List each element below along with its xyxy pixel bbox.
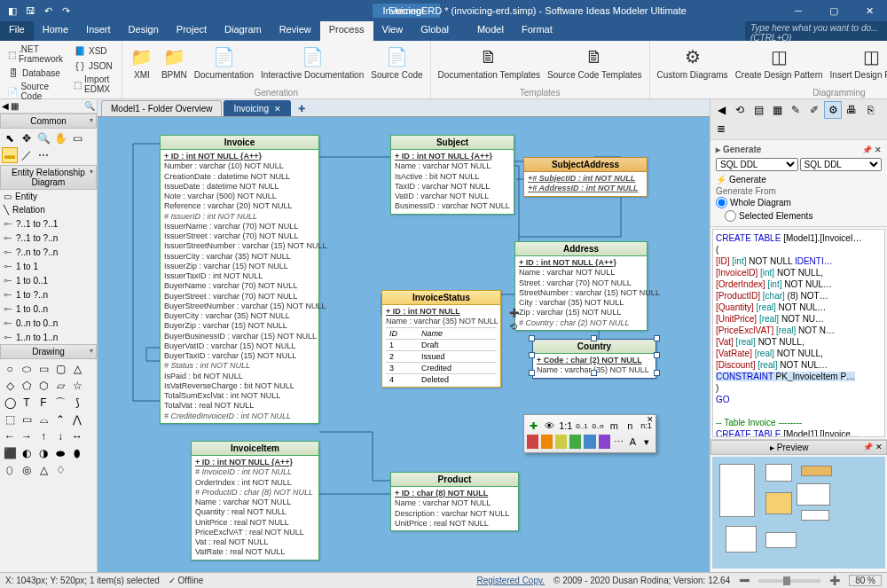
menu-review[interactable]: Review (271, 21, 320, 41)
minimize-button[interactable]: ─ (781, 0, 816, 21)
gen-xmi[interactable]: 📁XMI (126, 43, 158, 88)
add-tab-icon[interactable]: ✚ (293, 101, 310, 116)
fb-font-icon[interactable]: A (627, 435, 639, 449)
menu-file[interactable]: File (0, 21, 34, 41)
tb-search-icon[interactable]: 🔍 (84, 101, 95, 111)
diag-cdp[interactable]: ◫Create Design Pattern (732, 43, 827, 88)
diag-custom[interactable]: ⚙Custom Diagrams (654, 43, 732, 88)
status-bar: X: 1043px; Y: 520px; 1 item(s) selected … (0, 572, 887, 588)
menu-global[interactable]: Global (412, 21, 458, 41)
context-toolbar[interactable]: ✕ ✚ 👁 1:1 0..1 0..n m n n:1 (523, 414, 656, 453)
undo-icon[interactable]: ↶ (41, 4, 55, 18)
pane-common[interactable]: Common▾ (0, 114, 97, 129)
redo-icon[interactable]: ↷ (59, 4, 73, 18)
tool-r5[interactable]: ⟜1 to 0..1 (0, 273, 97, 287)
tool-r3[interactable]: ⟜?..n to ?..n (0, 245, 97, 259)
rev-net[interactable]: ⬚.NET Framework (5, 43, 68, 65)
generate-button[interactable]: Generate (729, 175, 766, 184)
zoom-value[interactable]: 80 % (849, 575, 882, 586)
window-title: InvoicingERD * (invoicing-erd.simp) - So… (383, 5, 687, 16)
zoom-in-icon[interactable]: ➕ (829, 576, 840, 585)
tab-overview[interactable]: Model1 - Folder Overview (101, 100, 222, 116)
tb-grid-icon[interactable]: ▦ (11, 101, 19, 111)
entity-subjectaddress[interactable]: SubjectAddress +# SubjectID : int NOT NU… (523, 157, 648, 197)
pane-erd[interactable]: Entity Relationship Diagram▾ (0, 165, 97, 190)
gen-lang-select[interactable]: SQL DDL (800, 158, 883, 171)
add-handle-icon[interactable]: ✚ (509, 306, 520, 320)
zoom-slider[interactable] (758, 579, 820, 583)
tool-zoom[interactable]: 🔍 (35, 130, 51, 146)
tool-text[interactable]: ⋯ (35, 147, 51, 163)
menu-project[interactable]: Project (168, 21, 216, 41)
tool-r1[interactable]: ⟜?..1 to ?..1 (0, 216, 97, 231)
close-toolbar-icon[interactable]: ✕ (647, 415, 654, 424)
tool-entity[interactable]: ▭Entity (0, 190, 97, 203)
menu-bar: File Home Insert Design Project Diagram … (0, 21, 887, 41)
gen-bpmn[interactable]: 📁BPMN (158, 43, 191, 88)
entity-subject[interactable]: Subject + ID : int NOT NULL {A++}Name : … (390, 135, 514, 215)
entity-invoiceitem[interactable]: InvoiceItem + ID : int NOT NULL {A++}# I… (191, 441, 319, 561)
tool-r7[interactable]: ⟜1 to 0..n (0, 302, 97, 316)
rev-db[interactable]: 🗄Database (5, 66, 68, 80)
tool-pan[interactable]: ✋ (52, 130, 68, 146)
rev-json[interactable]: { }JSON (72, 59, 116, 73)
entity-invoicestatus[interactable]: InvoiceStatus + ID : int NOT NULLName : … (381, 290, 501, 388)
menu-process[interactable]: Process (320, 21, 373, 41)
toolbox: ◀ ▦ 🔍 Common▾ ⬉ ✥ 🔍 ✋ ▭ ▬ ／ ⋯ Entity Rel… (0, 99, 98, 572)
diagram-canvas[interactable]: Invoice + ID : int NOT NULL {A++}Number … (98, 117, 710, 572)
tool-note[interactable]: ▬ (2, 147, 18, 163)
menu-design[interactable]: Design (120, 21, 168, 41)
entity-product[interactable]: Product + ID : char (8) NOT NULLName : v… (390, 472, 519, 531)
gen-idoc[interactable]: 📄Interactive Documentation (257, 43, 367, 88)
tb-left-icon[interactable]: ◀ (2, 101, 9, 111)
status-coords: X: 1043px; Y: 520px; 1 item(s) selected (5, 576, 160, 585)
tpl-code[interactable]: 🗎Source Code Templates (544, 43, 646, 88)
tool-r4[interactable]: ⟜1 to 1 (0, 259, 97, 273)
search-input[interactable]: Type here what you want to do... (CTRL+Q… (745, 21, 887, 41)
tpl-doc[interactable]: 🗎Documentation Templates (435, 43, 544, 88)
close-button[interactable]: ✕ (852, 0, 887, 21)
tool-move[interactable]: ✥ (19, 130, 35, 146)
right-pane: ◀⟲▤ ▦✎✐ ⚙🖶⎘≣ ▸Generate📌 ✕ SQL DDL SQL DD… (710, 99, 887, 572)
diag-idp[interactable]: ◫Insert Design Pattern (827, 43, 887, 88)
zoom-out-icon[interactable]: ➖ (739, 576, 750, 585)
tool-r2[interactable]: ⟜?..1 to ?..n (0, 231, 97, 245)
entity-address[interactable]: Address + ID : int NOT NULL {A++}Name : … (514, 241, 648, 331)
preview-image[interactable] (712, 457, 885, 568)
pane-drawing[interactable]: Drawing▾ (0, 344, 97, 359)
menu-diagram[interactable]: Diagram (216, 21, 271, 41)
tool-container[interactable]: ▭ (69, 130, 85, 146)
menu-format[interactable]: Format (513, 21, 561, 41)
radio-whole[interactable]: Whole Diagram (716, 196, 882, 209)
gen-type-select[interactable]: SQL DDL (716, 158, 798, 171)
gear-icon[interactable]: ⚙ (824, 101, 842, 119)
maximize-button[interactable]: ▢ (816, 0, 852, 21)
tool-relation[interactable]: ╲Relation (0, 203, 97, 216)
status-registered[interactable]: Registered Copy. (477, 576, 546, 585)
fb-add-icon[interactable]: ✚ (527, 419, 540, 433)
sql-output[interactable]: CREATE TABLE [Model1].[InvoiceI…( [ID] [… (712, 229, 885, 437)
tool-r8[interactable]: ⟜0..n to 0..n (0, 316, 97, 330)
tool-pointer[interactable]: ⬉ (2, 130, 18, 146)
ribbon: ⬚.NET Framework 🗄Database 📄Source Code 📘… (0, 41, 887, 99)
preview-header[interactable]: ▸ Preview📌 ✕ (710, 440, 887, 455)
gen-doc[interactable]: 📄Documentation (191, 43, 257, 88)
save-icon[interactable]: 🖫 (23, 4, 37, 18)
rev-xsd[interactable]: 📘XSD (72, 43, 116, 58)
fb-more-icon[interactable]: ▾ (641, 435, 653, 449)
entity-invoice[interactable]: Invoice + ID : int NOT NULL {A++}Number … (160, 135, 319, 424)
rev-edmx[interactable]: ⬚Import EDMX (72, 74, 116, 95)
tool-r6[interactable]: ⟜1 to ?..n (0, 287, 97, 302)
menu-home[interactable]: Home (34, 21, 77, 41)
fb-eye-icon[interactable]: 👁 (543, 419, 556, 433)
gen-code[interactable]: 📄Source Code (367, 43, 426, 88)
tool-line[interactable]: ／ (19, 147, 35, 163)
menu-insert[interactable]: Insert (77, 21, 120, 41)
link-handle-icon[interactable]: ⟲ (509, 321, 517, 333)
radio-selected[interactable]: Selected Elements (725, 209, 812, 223)
tab-invoicing[interactable]: Invoicing✕ (224, 100, 290, 116)
menu-view[interactable]: View (373, 21, 412, 41)
menu-model[interactable]: Model (468, 21, 513, 41)
tool-r9[interactable]: ⟜1..n to 1..n (0, 330, 97, 344)
drawing-tools: ○⬭▭▢△ ◇⬠⬡▱☆ ◯TF⌒⟆ ⬚▭⌓⌃⋀ ←→↑↓↔ ⬛◐◑⬬⬮ ⬯◎△♢ (0, 359, 97, 480)
